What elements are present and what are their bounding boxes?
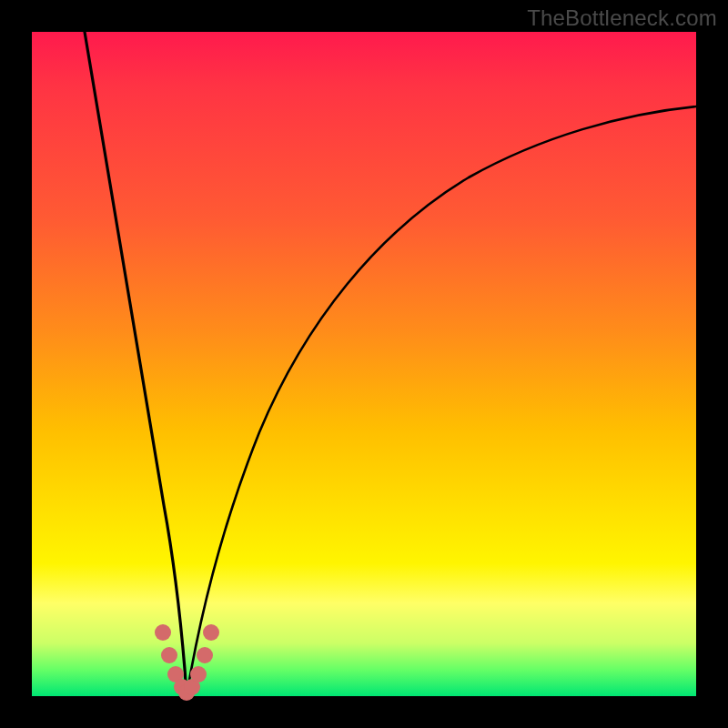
chart-svg — [32, 32, 696, 696]
bottleneck-marker-cluster — [155, 624, 219, 701]
marker-dot — [161, 647, 177, 663]
marker-dot — [197, 647, 213, 663]
marker-dot — [155, 624, 171, 641]
chart-plot-area — [32, 32, 696, 696]
watermark-text: TheBottleneck.com — [527, 5, 717, 31]
curve-left-branch — [85, 32, 187, 696]
marker-dot — [203, 624, 219, 641]
curve-right-branch — [187, 106, 696, 696]
outer-frame: TheBottleneck.com — [0, 0, 728, 728]
marker-dot — [190, 666, 207, 682]
